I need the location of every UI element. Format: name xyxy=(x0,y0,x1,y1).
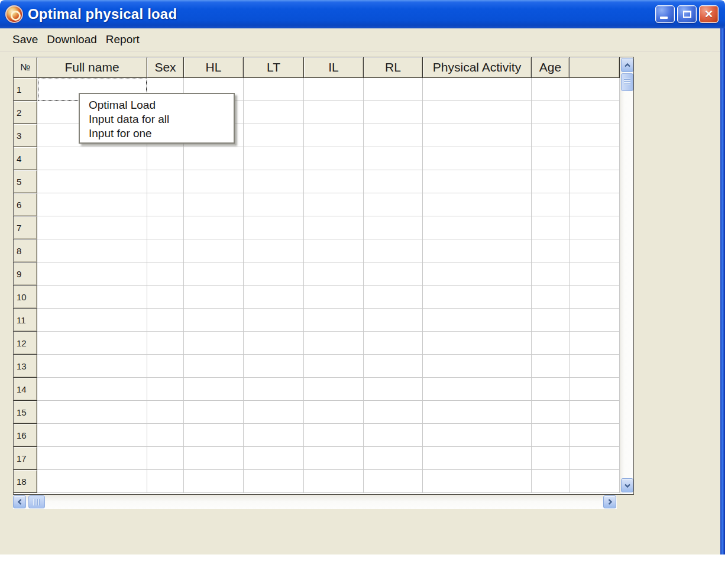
column-header-il[interactable]: IL xyxy=(304,57,364,78)
grid-cell[interactable] xyxy=(423,124,532,147)
grid-cell[interactable] xyxy=(244,216,304,239)
grid-cell[interactable] xyxy=(147,193,184,216)
grid-cell[interactable] xyxy=(532,470,570,493)
grid-cell[interactable] xyxy=(532,101,570,124)
grid-cell[interactable] xyxy=(147,378,184,401)
grid-cell[interactable] xyxy=(37,332,147,355)
row-number[interactable]: 17 xyxy=(14,447,37,470)
column-header-sex[interactable]: Sex xyxy=(147,57,184,78)
grid-cell[interactable] xyxy=(147,147,184,170)
grid-cell[interactable] xyxy=(532,424,570,447)
grid-cell[interactable] xyxy=(532,239,570,262)
grid-cell[interactable] xyxy=(423,378,532,401)
menu-download[interactable]: Download xyxy=(46,32,98,47)
grid-cell[interactable] xyxy=(37,193,147,216)
grid-cell[interactable] xyxy=(184,378,244,401)
row-number[interactable]: 12 xyxy=(14,332,37,355)
grid-cell[interactable] xyxy=(184,355,244,378)
grid-cell[interactable] xyxy=(184,286,244,309)
grid-cell[interactable] xyxy=(244,239,304,262)
grid-cell[interactable] xyxy=(244,424,304,447)
grid-cell[interactable] xyxy=(184,193,244,216)
row-number[interactable]: 16 xyxy=(14,424,37,447)
grid-cell[interactable] xyxy=(244,470,304,493)
grid-cell[interactable] xyxy=(37,355,147,378)
grid-cell[interactable] xyxy=(364,193,423,216)
menu-save[interactable]: Save xyxy=(12,32,38,47)
grid-cell[interactable] xyxy=(244,101,304,124)
grid-cell[interactable] xyxy=(364,424,423,447)
grid-cell[interactable] xyxy=(304,470,364,493)
grid-cell[interactable] xyxy=(532,309,570,332)
grid-cell[interactable] xyxy=(423,147,532,170)
grid-cell[interactable] xyxy=(570,193,620,216)
grid-cell[interactable] xyxy=(570,447,620,470)
grid-cell[interactable] xyxy=(532,78,570,101)
grid-cell[interactable] xyxy=(532,401,570,424)
grid-cell[interactable] xyxy=(423,401,532,424)
grid-cell[interactable] xyxy=(304,332,364,355)
grid-cell[interactable] xyxy=(37,401,147,424)
grid-cell[interactable] xyxy=(423,78,532,101)
scroll-down-button[interactable] xyxy=(621,478,633,492)
grid-cell[interactable] xyxy=(184,262,244,286)
grid-cell[interactable] xyxy=(364,332,423,355)
row-number[interactable]: 18 xyxy=(14,470,37,493)
grid-cell[interactable] xyxy=(304,193,364,216)
grid-cell[interactable] xyxy=(532,147,570,170)
grid-cell[interactable] xyxy=(570,170,620,193)
grid-cell[interactable] xyxy=(304,378,364,401)
row-number[interactable]: 5 xyxy=(14,170,37,193)
grid-cell[interactable] xyxy=(244,447,304,470)
grid-cell[interactable] xyxy=(147,470,184,493)
maximize-button[interactable] xyxy=(677,5,697,23)
grid-cell[interactable] xyxy=(304,355,364,378)
grid-cell[interactable] xyxy=(364,355,423,378)
grid-cell[interactable] xyxy=(570,262,620,286)
grid-cell[interactable] xyxy=(570,78,620,101)
row-number[interactable]: 4 xyxy=(14,147,37,170)
grid-cell[interactable] xyxy=(570,424,620,447)
scroll-right-button[interactable] xyxy=(603,495,616,508)
grid-cell[interactable] xyxy=(244,193,304,216)
row-number[interactable]: 15 xyxy=(14,401,37,424)
grid-cell[interactable] xyxy=(37,170,147,193)
grid-cell[interactable] xyxy=(304,262,364,286)
grid-cell[interactable] xyxy=(570,124,620,147)
grid-cell[interactable] xyxy=(304,309,364,332)
row-number[interactable]: 13 xyxy=(14,355,37,378)
titlebar[interactable]: Optimal physical load ✕ xyxy=(0,0,725,28)
close-button[interactable]: ✕ xyxy=(699,5,719,23)
grid-cell[interactable] xyxy=(423,355,532,378)
scroll-up-button[interactable] xyxy=(621,58,633,72)
grid-cell[interactable] xyxy=(37,378,147,401)
grid-cell[interactable] xyxy=(423,470,532,493)
popup-item-input-data-for-all[interactable]: Input data for all xyxy=(89,112,228,127)
grid-cell[interactable] xyxy=(147,332,184,355)
vertical-scroll-thumb[interactable] xyxy=(621,73,633,91)
minimize-button[interactable] xyxy=(655,5,675,23)
grid-cell[interactable] xyxy=(532,262,570,286)
grid-cell[interactable] xyxy=(423,239,532,262)
grid-cell[interactable] xyxy=(147,216,184,239)
column-header-rl[interactable]: RL xyxy=(364,57,423,78)
grid-cell[interactable] xyxy=(364,286,423,309)
column-header-number[interactable]: № xyxy=(14,57,37,78)
grid-cell[interactable] xyxy=(37,447,147,470)
grid-cell[interactable] xyxy=(364,401,423,424)
grid-cell[interactable] xyxy=(244,332,304,355)
scroll-left-button[interactable] xyxy=(13,495,26,508)
grid-cell[interactable] xyxy=(423,262,532,286)
grid-cell[interactable] xyxy=(147,401,184,424)
grid-cell[interactable] xyxy=(570,332,620,355)
grid-cell[interactable] xyxy=(244,170,304,193)
grid-cell[interactable] xyxy=(244,378,304,401)
grid-cell[interactable] xyxy=(532,286,570,309)
grid-cell[interactable] xyxy=(423,286,532,309)
grid-cell[interactable] xyxy=(364,124,423,147)
grid-cell[interactable] xyxy=(37,470,147,493)
row-number[interactable]: 7 xyxy=(14,216,37,239)
grid-cell[interactable] xyxy=(184,470,244,493)
grid-cell[interactable] xyxy=(532,447,570,470)
popup-item-input-for-one[interactable]: Input for one xyxy=(89,127,228,141)
